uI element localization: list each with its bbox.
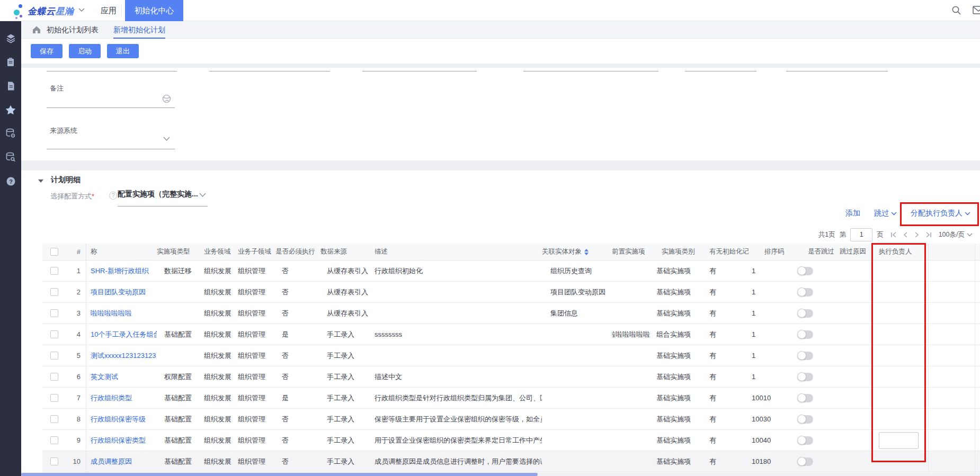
column-header-entity[interactable]: 关联实体对象	[542, 244, 612, 260]
page-size-select[interactable]: 100条/页	[939, 230, 973, 239]
row-checkbox[interactable]	[50, 415, 58, 423]
column-header-sort: 排序码	[749, 244, 793, 260]
skip-toggle[interactable]	[797, 309, 813, 318]
row-checkbox-cell	[42, 345, 66, 366]
row-checkbox[interactable]	[50, 267, 58, 275]
source-chevron-down-icon[interactable]	[163, 137, 170, 141]
next-page-icon[interactable]	[914, 231, 920, 238]
skip-toggle[interactable]	[797, 373, 813, 381]
start-button[interactable]: 启动	[69, 44, 101, 58]
cell-skip_reason	[835, 451, 872, 472]
cell-name: 英文测试	[86, 366, 157, 387]
app-menu-item[interactable]: 应用	[96, 0, 121, 21]
row-checkbox[interactable]	[50, 436, 58, 444]
page-suffix-label: 页	[877, 230, 884, 239]
brand-name-part1: 金蝶云	[28, 6, 56, 16]
source-system-select[interactable]	[47, 149, 175, 149]
star-icon[interactable]	[5, 104, 16, 115]
item-name-link[interactable]: 啦啦啦啦啦啦	[91, 309, 132, 318]
skip-toggle[interactable]	[797, 457, 813, 466]
assign-executor-dropdown-link[interactable]: 分配执行负责人	[911, 209, 970, 218]
prev-page-icon[interactable]	[903, 231, 908, 238]
row-checkbox[interactable]	[50, 288, 58, 296]
tab-new-init-plan[interactable]: 新增初始化计划	[113, 21, 165, 39]
source-system-label: 来源系统	[50, 126, 77, 136]
skip-toggle[interactable]	[797, 352, 813, 360]
svg-text:?: ?	[9, 178, 13, 184]
cell-pre	[612, 345, 654, 366]
brand-chevron-down-icon[interactable]	[78, 8, 85, 12]
first-page-icon[interactable]	[890, 231, 897, 238]
page-number-input[interactable]	[850, 228, 872, 241]
config-mode-select[interactable]: 配置实施项（完整实施...	[118, 190, 198, 199]
mail-icon[interactable]	[973, 5, 980, 15]
cell-required: 是	[275, 388, 320, 408]
row-checkbox[interactable]	[50, 394, 58, 402]
skip-toggle[interactable]	[797, 267, 813, 275]
item-name-link[interactable]: SHR-新增行政组织	[91, 266, 149, 276]
row-checkbox[interactable]	[50, 457, 58, 465]
cell-name: 10个手工录入任务组合	[86, 324, 157, 345]
row-checkbox-cell	[42, 261, 66, 281]
column-header-name: 称	[86, 244, 157, 260]
cell-index: 5	[66, 345, 86, 366]
row-checkbox[interactable]	[50, 330, 58, 338]
skip-toggle[interactable]	[797, 330, 813, 339]
config-help-icon[interactable]: ?	[109, 192, 117, 200]
brand-name[interactable]: 金蝶云星瀚	[28, 5, 74, 17]
row-checkbox[interactable]	[50, 373, 58, 381]
search-icon[interactable]	[951, 5, 961, 15]
database-search-icon[interactable]	[5, 152, 16, 163]
cell-entity: 项目团队变动原因	[542, 282, 612, 302]
tab-init-plan-list[interactable]: 初始化计划列表	[47, 21, 99, 39]
save-button[interactable]: 保存	[31, 44, 63, 58]
horizontal-scrollbar-track[interactable]	[21, 473, 980, 476]
document-icon[interactable]	[5, 80, 16, 91]
skip-toggle[interactable]	[797, 394, 813, 402]
skip-dropdown-link[interactable]: 跳过	[874, 209, 897, 218]
row-checkbox-cell	[42, 324, 66, 345]
last-page-icon[interactable]	[925, 231, 932, 238]
cell-required: 否	[275, 345, 320, 366]
item-name-link[interactable]: 项目团队变动原因	[91, 288, 146, 297]
home-icon[interactable]	[32, 25, 41, 34]
top-bar: 金蝶云星瀚 应用 初始化中心	[0, 0, 980, 21]
add-row-link[interactable]: 添加	[845, 209, 860, 218]
sort-icon[interactable]	[584, 249, 589, 255]
remark-input[interactable]	[47, 107, 175, 108]
item-name-link[interactable]: 行政组织类型	[91, 393, 132, 403]
item-name-link[interactable]: 行政组织保密等级	[91, 415, 146, 424]
item-name-link[interactable]: 10个手工录入任务组合	[91, 330, 157, 339]
cell-category: 基础实施项	[654, 261, 702, 281]
cell-skip_reason	[835, 324, 872, 345]
row-checkbox[interactable]	[50, 352, 58, 360]
cell-index: 4	[66, 324, 86, 345]
item-name-link[interactable]: 成员调整原因	[91, 457, 132, 466]
section-collapse-caret-icon[interactable]	[38, 179, 43, 183]
cell-skip	[793, 388, 835, 408]
cell-skip	[793, 303, 835, 324]
exit-button[interactable]: 退出	[107, 44, 139, 58]
database-config-icon[interactable]	[5, 128, 16, 139]
skip-toggle[interactable]	[797, 415, 813, 424]
cell-skip_reason	[835, 366, 872, 387]
item-name-link[interactable]: 行政组织保密类型	[91, 436, 146, 445]
cell-skip_reason	[835, 261, 872, 281]
cell-skip	[793, 451, 835, 472]
horizontal-scrollbar-thumb[interactable]	[21, 473, 538, 476]
topbar-tab-init-center[interactable]: 初始化中心	[125, 0, 183, 21]
skip-toggle[interactable]	[797, 288, 813, 297]
select-all-checkbox-cell	[42, 244, 66, 260]
row-checkbox[interactable]	[50, 309, 58, 317]
select-all-checkbox[interactable]	[50, 248, 58, 256]
skip-toggle[interactable]	[797, 436, 813, 445]
item-name-link[interactable]: 测试xxxxx123123123	[91, 351, 156, 361]
item-name-link[interactable]: 英文测试	[91, 372, 118, 382]
clipboard-icon[interactable]	[5, 57, 16, 67]
multilang-globe-icon[interactable]	[162, 94, 171, 103]
executor-cell-editor[interactable]	[879, 432, 919, 449]
config-chevron-down-icon[interactable]	[199, 193, 206, 197]
cell-source: 手工录入	[320, 409, 373, 429]
help-icon[interactable]: ?	[5, 176, 16, 186]
layers-icon[interactable]	[5, 33, 16, 43]
